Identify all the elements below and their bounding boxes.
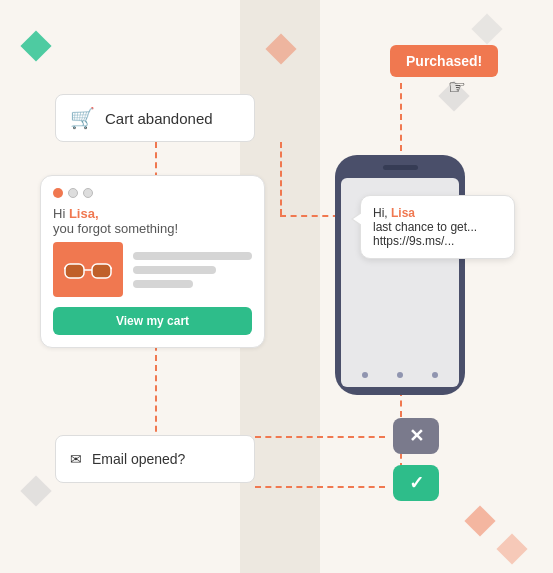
sms-prefix: Hi, [373,206,391,220]
product-row [53,242,252,297]
cursor-icon: ☞ [448,75,466,99]
diamond-decoration-1 [20,30,51,61]
phone-home-dot-1 [362,372,368,378]
purchased-button[interactable]: Purchased! [390,45,498,77]
trigger-box: 🛒 Cart abandoned [55,94,255,142]
greeting-suffix: you forgot something! [53,221,178,236]
email-username: Lisa, [69,206,99,221]
cart-icon: 🛒 [70,106,95,130]
desc-line-1 [133,252,252,260]
yes-icon: ✓ [409,472,424,494]
svg-rect-1 [92,264,111,278]
greeting-prefix: Hi [53,206,69,221]
email-greeting: Hi Lisa, you forgot something! [53,206,252,236]
dot-inactive-1 [68,188,78,198]
desc-line-2 [133,266,216,274]
flow-line-center [280,142,282,215]
flow-line-no [255,436,385,438]
svg-rect-0 [65,264,84,278]
trigger-label: Cart abandoned [105,110,213,127]
product-description-lines [133,242,252,297]
phone-home-row [347,369,453,381]
sms-message-bubble: Hi, Lisa last chance to get... https://9… [360,195,515,259]
dot-active [53,188,63,198]
diamond-decoration-4 [20,475,51,506]
diamond-decoration-5 [464,505,495,536]
email-envelope-icon: ✉ [70,451,82,467]
phone-device [335,155,465,395]
email-preview-card: Hi Lisa, you forgot something! View my c… [40,175,265,348]
dot-inactive-2 [83,188,93,198]
sms-body-line2: https://9s.ms/... [373,234,454,248]
browser-dots [53,188,252,198]
view-cart-button[interactable]: View my cart [53,307,252,335]
phone-speaker [383,165,418,170]
email-opened-label: Email opened? [92,451,185,467]
yes-action-button[interactable]: ✓ [393,465,439,501]
desc-line-3 [133,280,193,288]
phone-home-dot-2 [397,372,403,378]
diamond-decoration-6 [496,533,527,564]
no-action-button[interactable]: ✕ [393,418,439,454]
product-image [53,242,123,297]
phone-home-dot-3 [432,372,438,378]
diamond-decoration-7 [471,13,502,44]
flow-line-yes [255,486,385,488]
sms-name: Lisa [391,206,415,220]
no-icon: ✕ [409,425,424,447]
sms-body-line1: last chance to get... [373,220,477,234]
email-opened-box: ✉ Email opened? [55,435,255,483]
sunglasses-icon [64,255,112,285]
